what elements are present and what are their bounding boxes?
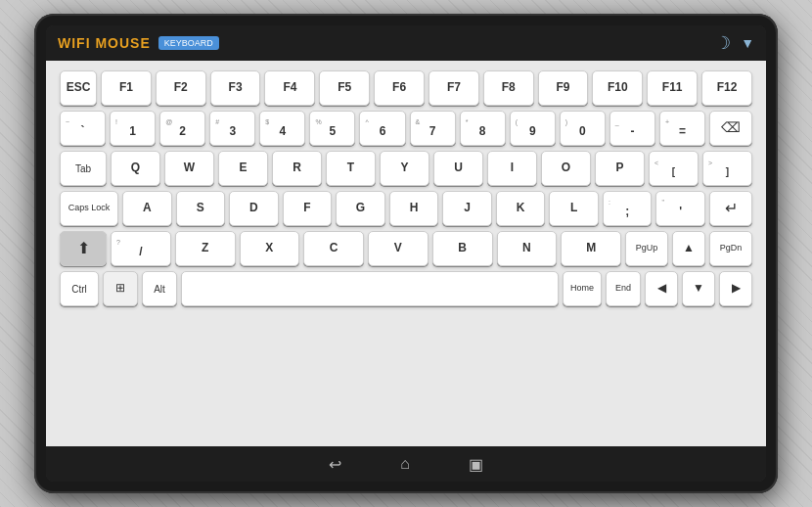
key-n[interactable]: N	[497, 231, 558, 266]
asdf-row: Caps Lock A S D F G H J K L :; "' ↵	[60, 191, 752, 226]
key-f11[interactable]: F11	[647, 70, 698, 106]
key-left[interactable]: ◀	[645, 271, 678, 306]
key-esc[interactable]: ESC	[60, 70, 97, 106]
key-c[interactable]: C	[303, 231, 364, 266]
key-l[interactable]: L	[549, 191, 599, 226]
key-5[interactable]: %5	[309, 111, 355, 146]
key-p[interactable]: P	[595, 151, 645, 186]
key-a[interactable]: A	[122, 191, 172, 226]
key-1[interactable]: !1	[110, 111, 156, 146]
key-shift-left[interactable]: ⬆	[60, 231, 107, 266]
key-end[interactable]: End	[606, 271, 641, 306]
qwerty-row: Tab Q W E R T Y U I O P <[ >]	[60, 151, 752, 186]
key-semicolon[interactable]: :;	[603, 191, 653, 226]
nav-bar: ↩ ⌂ ▣	[46, 446, 766, 482]
key-h[interactable]: H	[389, 191, 439, 226]
key-f8[interactable]: F8	[483, 70, 534, 106]
key-quote[interactable]: "'	[655, 191, 705, 226]
zxcv-row: ⬆ ?/ Z X C V B N M PgUp ▲ PgDn	[60, 231, 752, 266]
key-f9[interactable]: F9	[538, 70, 589, 106]
key-tab[interactable]: Tab	[60, 151, 107, 186]
key-y[interactable]: Y	[380, 151, 429, 186]
key-o[interactable]: O	[541, 151, 591, 186]
key-q[interactable]: Q	[111, 151, 160, 186]
key-8[interactable]: *8	[460, 111, 506, 146]
key-s[interactable]: S	[176, 191, 226, 226]
key-f10[interactable]: F10	[592, 70, 643, 106]
key-win[interactable]: ⊞	[103, 271, 138, 306]
key-alt[interactable]: Alt	[142, 271, 177, 306]
key-f7[interactable]: F7	[429, 70, 479, 106]
key-pgdn[interactable]: PgDn	[709, 231, 752, 266]
key-j[interactable]: J	[442, 191, 492, 226]
key-m[interactable]: M	[561, 231, 621, 266]
key-ctrl[interactable]: Ctrl	[60, 271, 99, 306]
key-t[interactable]: T	[326, 151, 376, 186]
key-equals[interactable]: +=	[659, 111, 705, 146]
key-9[interactable]: (9	[510, 111, 556, 146]
key-backspace[interactable]: ⌫	[709, 111, 752, 146]
key-7[interactable]: &7	[410, 111, 456, 146]
key-f4[interactable]: F4	[264, 70, 315, 106]
key-f3[interactable]: F3	[210, 70, 261, 106]
app-badge: Keyboard	[158, 36, 219, 50]
key-2[interactable]: @2	[159, 111, 205, 146]
key-4[interactable]: $4	[259, 111, 305, 146]
app-name: WIFI MOUSE	[58, 35, 151, 51]
key-e[interactable]: E	[218, 151, 268, 186]
bottom-row: Ctrl ⊞ Alt Home End ◀ ▼ ▶	[60, 271, 752, 306]
fn-row: ESC F1 F2 F3 F4 F5 F6 F7 F8 F9 F10 F11 F…	[60, 70, 752, 106]
nav-recents[interactable]: ▣	[469, 455, 483, 474]
key-g[interactable]: G	[336, 191, 385, 226]
key-up[interactable]: ▲	[672, 231, 705, 266]
key-enter[interactable]: ↵	[709, 191, 752, 226]
title-bar: WIFI MOUSE Keyboard ☽ ▼	[46, 25, 766, 61]
key-z[interactable]: Z	[175, 231, 236, 266]
key-b[interactable]: B	[432, 231, 493, 266]
key-f6[interactable]: F6	[374, 70, 425, 106]
key-right[interactable]: ▶	[719, 271, 752, 306]
title-left: WIFI MOUSE Keyboard	[58, 35, 219, 51]
key-f12[interactable]: F12	[701, 70, 752, 106]
key-d[interactable]: D	[229, 191, 279, 226]
num-row: ~` !1 @2 #3 $4 %5 ^6 &7 *8 (9 )0 _- += ⌫	[60, 111, 752, 146]
screen: WIFI MOUSE Keyboard ☽ ▼ ESC F1 F2 F3 F4 …	[46, 25, 766, 482]
title-right: ☽ ▼	[715, 32, 754, 54]
moon-icon[interactable]: ☽	[715, 32, 731, 54]
key-3[interactable]: #3	[209, 111, 255, 146]
key-r[interactable]: R	[272, 151, 322, 186]
key-lbracket[interactable]: <[	[649, 151, 699, 186]
key-home[interactable]: Home	[563, 271, 602, 306]
key-down[interactable]: ▼	[682, 271, 715, 306]
key-slash-special[interactable]: ?/	[111, 231, 171, 266]
keyboard-area: ESC F1 F2 F3 F4 F5 F6 F7 F8 F9 F10 F11 F…	[46, 61, 766, 446]
key-i[interactable]: I	[487, 151, 537, 186]
key-minus[interactable]: _-	[609, 111, 655, 146]
dropdown-icon[interactable]: ▼	[741, 35, 754, 51]
key-backtick[interactable]: ~`	[60, 111, 106, 146]
key-u[interactable]: U	[433, 151, 483, 186]
tablet: WIFI MOUSE Keyboard ☽ ▼ ESC F1 F2 F3 F4 …	[34, 14, 778, 493]
key-f5[interactable]: F5	[319, 70, 370, 106]
key-w[interactable]: W	[164, 151, 214, 186]
key-space[interactable]	[181, 271, 559, 306]
key-6[interactable]: ^6	[359, 111, 405, 146]
nav-home[interactable]: ⌂	[400, 455, 410, 473]
key-v[interactable]: V	[368, 231, 429, 266]
key-0[interactable]: )0	[560, 111, 606, 146]
key-k[interactable]: K	[496, 191, 546, 226]
nav-back[interactable]: ↩	[329, 455, 341, 474]
key-rbracket[interactable]: >]	[702, 151, 752, 186]
key-x[interactable]: X	[240, 231, 300, 266]
key-f2[interactable]: F2	[156, 70, 206, 106]
key-capslock[interactable]: Caps Lock	[60, 191, 118, 226]
key-f1[interactable]: F1	[101, 70, 152, 106]
key-pgup[interactable]: PgUp	[625, 231, 668, 266]
key-f[interactable]: F	[283, 191, 333, 226]
